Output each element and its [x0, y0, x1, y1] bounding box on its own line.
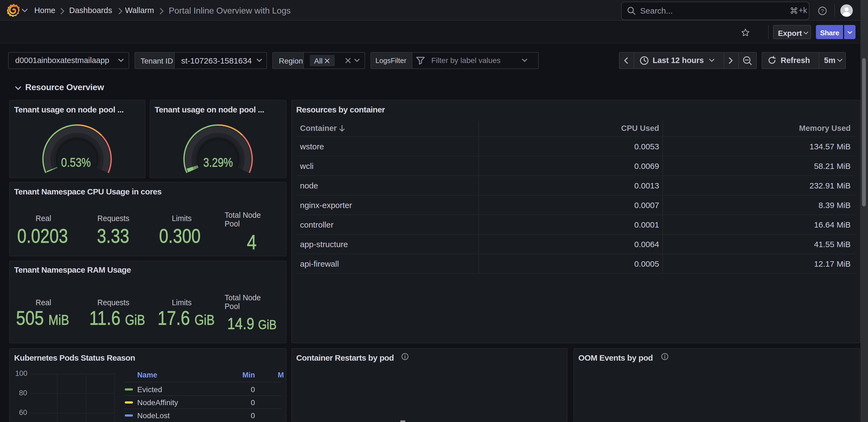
svg-text:?: ? [821, 8, 824, 14]
